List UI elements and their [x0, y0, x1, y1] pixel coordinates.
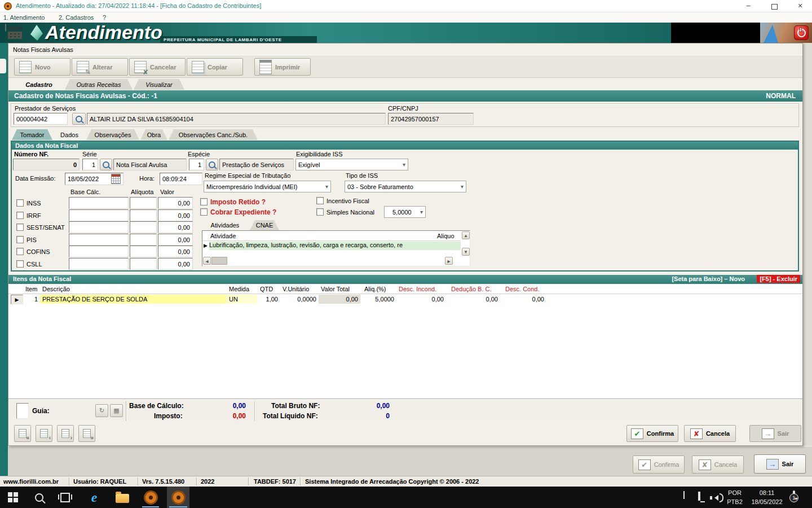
scroll-up-button[interactable]: ▴: [462, 231, 470, 239]
irrf-base-field[interactable]: [69, 209, 129, 221]
inss-base-field[interactable]: [69, 197, 129, 209]
especie-desc-field[interactable]: Prestação de Serviços: [219, 159, 294, 170]
scroll-right-button[interactable]: ▸: [445, 257, 453, 265]
tab-atividades[interactable]: Atividades: [201, 220, 249, 230]
nav-prev-button[interactable]: ‹: [36, 425, 52, 442]
prestador-name-field[interactable]: ALTAIR LUIZ DA SILVA 61585904104: [87, 113, 386, 125]
alterar-button[interactable]: ✎Alterar: [72, 58, 128, 76]
regime-select[interactable]: Microempresário Individual (MEI)▾: [204, 181, 331, 192]
incentivo-fiscal-checkbox[interactable]: [316, 197, 324, 204]
guia-checkbox[interactable]: [16, 403, 29, 419]
tray-language-button[interactable]: POR PTB2: [725, 488, 745, 506]
sest-senat-aliquota-field[interactable]: [130, 221, 157, 233]
cofins-checkbox[interactable]: [16, 248, 24, 255]
menu-atendimento[interactable]: 1. Atendimento: [3, 14, 45, 21]
power-button[interactable]: [794, 25, 809, 40]
serie-desc-field[interactable]: Nota Fiscal Avulsa: [113, 159, 187, 170]
taskbar-explorer-button[interactable]: [113, 489, 132, 508]
confirma-button[interactable]: ✔ Confirma: [626, 425, 678, 442]
sest-senat-base-field[interactable]: [69, 221, 129, 233]
novo-button[interactable]: Novo: [14, 58, 70, 76]
tray-expand-button[interactable]: [683, 492, 692, 501]
tab-observacoes[interactable]: Observações: [86, 129, 139, 140]
imprimir-button[interactable]: Imprimir: [254, 58, 311, 76]
taskbar-app2-button[interactable]: [167, 487, 189, 508]
tray-volume-button[interactable]: [712, 493, 723, 502]
nav-last-button[interactable]: »: [78, 425, 95, 442]
prestador-code-field[interactable]: 000004042: [14, 113, 68, 125]
scroll-left-button[interactable]: ◂: [203, 257, 211, 265]
pis-base-field[interactable]: [69, 234, 129, 246]
restore-button[interactable]: [766, 1, 783, 10]
minimize-button[interactable]: –: [740, 1, 757, 10]
pis-aliquota-field[interactable]: [130, 234, 157, 246]
numero-nf-field[interactable]: 0: [13, 159, 80, 170]
item-row[interactable]: ▶ 1 PRESTAÇÃO DE SERÇO DE SOLDA UN 1,00 …: [8, 295, 802, 305]
tab-outras-receitas[interactable]: Outras Receitas: [65, 79, 133, 90]
taskbar-search-button[interactable]: [29, 488, 48, 507]
cofins-aliquota-field[interactable]: [130, 246, 157, 257]
serie-field[interactable]: 1: [82, 159, 98, 170]
hora-field[interactable]: 08:09:24: [160, 173, 202, 185]
cancela-button[interactable]: ✘ Cancela: [684, 425, 736, 442]
especie-field[interactable]: 1: [189, 159, 204, 170]
bg-sair-button[interactable]: → Sair: [754, 454, 806, 474]
cofins-valor-field[interactable]: 0,00: [158, 246, 193, 257]
data-emissao-field[interactable]: 18/05/2022: [65, 173, 123, 185]
copiar-button[interactable]: Copiar: [187, 58, 243, 76]
tab-cadastro[interactable]: Cadastro: [14, 79, 64, 90]
serie-search-button[interactable]: [100, 159, 112, 170]
simples-nacional-checkbox[interactable]: [316, 208, 324, 216]
menu-help[interactable]: ?: [103, 14, 106, 21]
exigibilidade-select[interactable]: Exigível▾: [295, 159, 408, 170]
taskbar-app1-button[interactable]: [141, 488, 160, 507]
tray-network-button[interactable]: [698, 493, 700, 500]
tab-cnae[interactable]: CNAE: [250, 220, 279, 230]
inss-aliquota-field[interactable]: [130, 197, 157, 209]
sest-senat-checkbox[interactable]: [16, 224, 24, 231]
scroll-down-button[interactable]: ▾: [462, 248, 470, 256]
atividade-row[interactable]: Lubrificação, limpeza, lustração, revisã…: [209, 242, 461, 250]
pis-valor-field[interactable]: 0,00: [158, 234, 193, 246]
task-view-button[interactable]: [55, 488, 74, 507]
tab-visualizar[interactable]: Visualizar: [134, 79, 184, 90]
tab-tomador[interactable]: Tomador: [12, 129, 52, 140]
irrf-aliquota-field[interactable]: [130, 209, 157, 221]
csll-aliquota-field[interactable]: [130, 258, 157, 270]
tab-dados[interactable]: Dados: [54, 129, 85, 140]
cpf-cnpj-field[interactable]: 27042957000157: [388, 113, 474, 125]
bg-cancela-button[interactable]: ✘ Cancela: [692, 456, 744, 474]
especie-search-button[interactable]: [206, 159, 218, 170]
guia-recalc-button[interactable]: ↻: [95, 404, 108, 417]
inss-checkbox[interactable]: [16, 199, 24, 207]
irrf-valor-field[interactable]: 0,00: [158, 209, 193, 221]
cancelar-button[interactable]: ✘Cancelar: [129, 58, 186, 76]
inss-valor-field[interactable]: 0,00: [158, 197, 193, 209]
csll-valor-field[interactable]: 0,00: [158, 258, 193, 270]
guia-print-button[interactable]: ▦: [110, 404, 123, 417]
close-button[interactable]: ×: [792, 1, 809, 10]
simples-valor-select[interactable]: 5,0000▾: [384, 206, 426, 218]
menu-cadastros[interactable]: 2. Cadastros: [59, 14, 94, 21]
action-center-button[interactable]: 1: [793, 492, 807, 504]
imposto-retido-checkbox[interactable]: [200, 198, 208, 205]
sest-senat-valor-field[interactable]: 0,00: [158, 221, 193, 233]
calendar-icon[interactable]: [111, 174, 121, 184]
tab-observacoes-canc[interactable]: Observações Canc./Sub.: [169, 129, 258, 140]
cobrar-expediente-checkbox[interactable]: [200, 208, 208, 216]
start-button[interactable]: [3, 488, 23, 507]
hscroll-thumb[interactable]: [211, 257, 227, 265]
bg-confirma-button[interactable]: ✔ Confirma: [633, 456, 685, 474]
tray-clock-button[interactable]: 08:11 18/05/2022: [747, 488, 787, 506]
csll-base-field[interactable]: [69, 258, 129, 270]
irrf-checkbox[interactable]: [16, 212, 24, 219]
nav-next-button[interactable]: ›: [57, 425, 74, 442]
csll-checkbox[interactable]: [16, 260, 24, 268]
pis-checkbox[interactable]: [16, 236, 24, 243]
cofins-base-field[interactable]: [69, 246, 129, 257]
tab-obra[interactable]: Obra: [140, 129, 167, 140]
tipo-iss-select[interactable]: 03 - Sobre Faturamento▾: [345, 181, 466, 192]
sair-button[interactable]: → Sair: [749, 425, 801, 442]
nav-first-button[interactable]: «: [14, 425, 31, 442]
prestador-search-button[interactable]: [72, 113, 86, 125]
